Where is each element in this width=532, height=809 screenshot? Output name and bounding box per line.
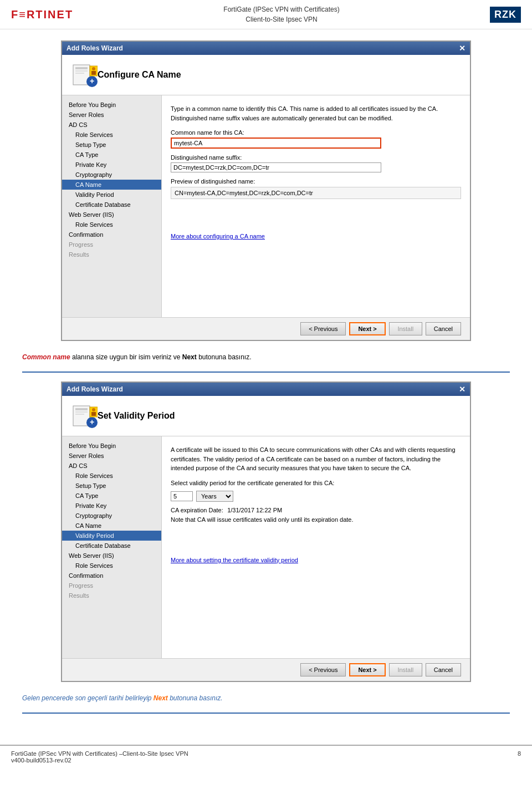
- para2-bold: Next: [154, 694, 168, 702]
- dialog1-header: + Configure CA Name: [62, 55, 470, 95]
- nav1-ca-name[interactable]: CA Name: [62, 180, 161, 190]
- validity-years-input[interactable]: [171, 491, 193, 501]
- svg-rect-1: [75, 67, 88, 69]
- logo-container: F≡RTINET: [11, 8, 73, 21]
- dialog2-close-button[interactable]: ✕: [459, 385, 466, 394]
- dialog1-content: Type in a common name to identify this C…: [162, 95, 470, 317]
- para2-text: butonuna basınız.: [168, 694, 223, 702]
- nav1-private-key[interactable]: Private Key: [62, 160, 161, 170]
- dialog2-link[interactable]: More about setting the certificate valid…: [171, 557, 298, 563]
- common-name-input[interactable]: [171, 138, 381, 149]
- dialog1-close-button[interactable]: ✕: [459, 44, 466, 53]
- ca-icon: +: [71, 62, 98, 88]
- validity-unit-select[interactable]: Years Months: [196, 491, 233, 502]
- dialog1-install-button: Install: [389, 322, 422, 335]
- nav2-server-roles[interactable]: Server Roles: [62, 451, 161, 461]
- svg-rect-2: [75, 70, 88, 72]
- nav2-progress: Progress: [62, 581, 161, 591]
- nav2-confirmation[interactable]: Confirmation: [62, 571, 161, 581]
- dialog1-titlebar: Add Roles Wizard ✕: [62, 42, 470, 55]
- separator2: [22, 713, 510, 714]
- nav2-cryptography[interactable]: Cryptography: [62, 511, 161, 521]
- nav2-web-server-iis[interactable]: Web Server (IIS): [62, 551, 161, 561]
- nav1-certificate-database[interactable]: Certificate Database: [62, 200, 161, 210]
- dn-suffix-label: Distinguished name suffix:: [171, 154, 461, 161]
- dialog1-link-container: More about configuring a CA name: [171, 232, 461, 240]
- dialog2-cancel-button[interactable]: Cancel: [426, 663, 461, 676]
- nav1-results: Results: [62, 250, 161, 260]
- preview-label: Preview of distinguished name:: [171, 178, 461, 185]
- nav1-ad-cs[interactable]: AD CS: [62, 120, 161, 130]
- dialog1-cancel-button[interactable]: Cancel: [426, 322, 461, 335]
- nav1-setup-type[interactable]: Setup Type: [62, 140, 161, 150]
- preview-value: CN=mytest-CA,DC=mytest,DC=rzk,DC=com,DC=…: [171, 187, 461, 199]
- nav2-before-you-begin[interactable]: Before You Begin: [62, 441, 161, 451]
- dialog1-nav: Before You Begin Server Roles AD CS Role…: [62, 95, 162, 317]
- common-name-label: Common name for this CA:: [171, 129, 461, 136]
- svg-rect-8: [91, 71, 96, 75]
- validity-icon: +: [71, 403, 98, 429]
- dialog1-heading: Configure CA Name: [98, 70, 181, 80]
- nav1-web-server-iis[interactable]: Web Server (IIS): [62, 210, 161, 220]
- paragraph1: Common name alanına size uygun bir isim …: [22, 352, 510, 363]
- nav2-ca-type[interactable]: CA Type: [62, 491, 161, 501]
- dialog1-footer: < Previous Next > Install Cancel: [62, 317, 470, 340]
- dialog1-next-button[interactable]: Next >: [349, 322, 385, 335]
- dialog1-previous-button[interactable]: < Previous: [300, 322, 346, 335]
- nav1-validity-period[interactable]: Validity Period: [62, 190, 161, 200]
- dialog2-body: Before You Begin Server Roles AD CS Role…: [62, 436, 470, 658]
- footer-title: FortiGate (IPSec VPN with Certificates) …: [11, 750, 188, 757]
- dialog2-titlebar: Add Roles Wizard ✕: [62, 383, 470, 396]
- dn-suffix-section: Distinguished name suffix:: [171, 154, 461, 172]
- dialog2-install-button: Install: [389, 663, 422, 676]
- paragraph2: Gelen pencerede son geçerli tarihi belir…: [22, 693, 510, 704]
- footer-version: v400-build0513-rev.02: [11, 757, 188, 764]
- nav1-confirmation[interactable]: Confirmation: [62, 230, 161, 240]
- footer-left: FortiGate (IPSec VPN with Certificates) …: [11, 750, 188, 764]
- expiration-label: CA expiration Date:: [171, 507, 223, 513]
- logo: F≡RTINET: [11, 8, 73, 21]
- rzk-logo: RZK: [490, 7, 521, 23]
- dialog1-body: Before You Begin Server Roles AD CS Role…: [62, 95, 470, 317]
- page-header: F≡RTINET FortiGate (IPSec VPN with Certi…: [0, 0, 532, 29]
- nav2-results: Results: [62, 591, 161, 601]
- dialog-set-validity-period: Add Roles Wizard ✕ + Set Validity Period…: [61, 381, 471, 682]
- dialog2-next-button[interactable]: Next >: [349, 663, 385, 676]
- svg-text:+: +: [90, 77, 94, 85]
- svg-text:+: +: [90, 418, 94, 426]
- nav1-server-roles[interactable]: Server Roles: [62, 110, 161, 120]
- nav1-cryptography[interactable]: Cryptography: [62, 170, 161, 180]
- para1-bold: Next: [182, 353, 197, 361]
- footer-page-number: 8: [518, 750, 521, 764]
- select-validity-label: Select validity period for the certifica…: [171, 480, 461, 486]
- expiration-value: 1/31/2017 12:22 PM: [227, 507, 282, 513]
- nav2-ad-cs[interactable]: AD CS: [62, 461, 161, 471]
- dialog-configure-ca-name: Add Roles Wizard ✕ + Configure CA Name B…: [61, 40, 471, 341]
- nav1-role-services[interactable]: Role Services: [62, 130, 161, 140]
- nav1-progress: Progress: [62, 240, 161, 250]
- svg-point-16: [92, 408, 95, 411]
- dialog2-footer: < Previous Next > Install Cancel: [62, 658, 470, 681]
- nav2-validity-period[interactable]: Validity Period: [62, 531, 161, 541]
- nav2-role-services[interactable]: Role Services: [62, 471, 161, 481]
- nav1-before-you-begin[interactable]: Before You Begin: [62, 100, 161, 110]
- nav2-certificate-database[interactable]: Certificate Database: [62, 541, 161, 551]
- dialog2-title: Add Roles Wizard: [66, 385, 123, 393]
- separator1: [22, 372, 510, 373]
- dialog2-nav: Before You Begin Server Roles AD CS Role…: [62, 436, 162, 658]
- para1-bold-italic: Common name: [22, 353, 70, 361]
- nav1-role-services-ws[interactable]: Role Services: [62, 220, 161, 230]
- nav2-ca-name[interactable]: CA Name: [62, 521, 161, 531]
- content-area: Add Roles Wizard ✕ + Configure CA Name B…: [0, 29, 532, 734]
- nav2-private-key[interactable]: Private Key: [62, 501, 161, 511]
- dialog2-header: + Set Validity Period: [62, 396, 470, 436]
- nav2-role-services-ws[interactable]: Role Services: [62, 561, 161, 571]
- dialog2-previous-button[interactable]: < Previous: [300, 663, 346, 676]
- dn-suffix-input[interactable]: [171, 162, 381, 172]
- nav2-setup-type[interactable]: Setup Type: [62, 481, 161, 491]
- page-footer: FortiGate (IPSec VPN with Certificates) …: [0, 745, 532, 768]
- nav1-ca-type[interactable]: CA Type: [62, 150, 161, 160]
- dialog1-link[interactable]: More about configuring a CA name: [171, 233, 265, 240]
- svg-rect-10: [75, 408, 88, 410]
- svg-point-7: [92, 67, 95, 70]
